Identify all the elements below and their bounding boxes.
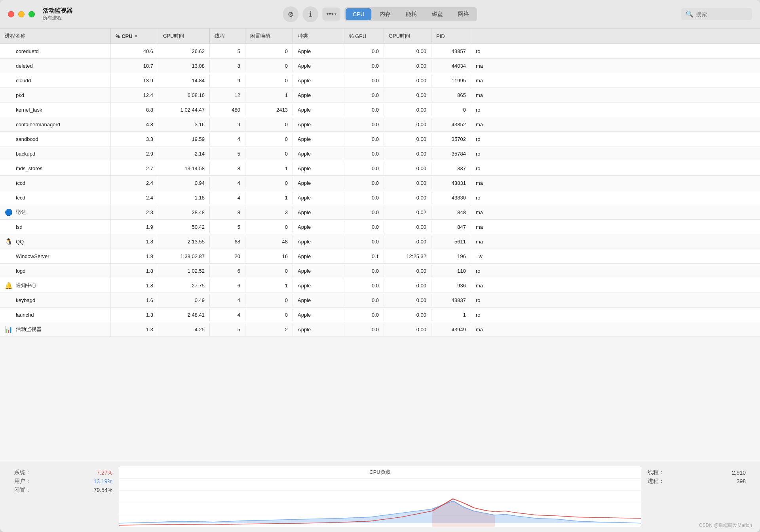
table-row[interactable]: tccd 2.4 1.18 4 1 Apple 0.0 0.00 43830 r… [0, 190, 760, 205]
cell-cpu: 1.8 [111, 279, 158, 292]
cell-user: _w [471, 250, 519, 262]
cell-pid: 0 [431, 104, 471, 116]
tab-network[interactable]: 网络 [451, 8, 476, 20]
table-row[interactable]: tccd 2.4 0.94 4 0 Apple 0.0 0.00 43831 m… [0, 176, 760, 190]
cell-user: ma [471, 236, 519, 248]
col-header-cpu[interactable]: % CPU ▼ [111, 28, 158, 44]
cell-gpu: 0.0 [344, 104, 384, 116]
table-row[interactable]: keybagd 1.6 0.49 4 0 Apple 0.0 0.00 4383… [0, 293, 760, 308]
table-row[interactable]: cloudd 13.9 14.84 9 0 Apple 0.0 0.00 119… [0, 73, 760, 88]
cell-kind: Apple [293, 89, 344, 101]
stat-value: 7.27% [97, 469, 112, 476]
table-row[interactable]: backupd 2.9 2.14 5 0 Apple 0.0 0.00 3578… [0, 146, 760, 161]
cell-pid: 43852 [431, 118, 471, 131]
cell-gputime: 0.02 [384, 206, 431, 218]
process-icon [5, 62, 13, 70]
table-row[interactable]: 🔵 访达 2.3 38.48 8 3 Apple 0.0 0.02 848 ma [0, 205, 760, 220]
stat-row: 线程： 2,910 [648, 469, 746, 476]
table-row[interactable]: 🐧 QQ 1.8 2:13.55 68 48 Apple 0.0 0.00 56… [0, 234, 760, 249]
cell-name: backupd [0, 146, 111, 161]
cell-threads: 6 [210, 279, 245, 292]
close-button[interactable] [8, 11, 14, 17]
process-icon: 📊 [5, 325, 13, 333]
app-title: 活动监视器 [43, 7, 72, 15]
more-button[interactable]: ••• ▾ [322, 8, 340, 21]
cell-name: kernel_task [0, 103, 111, 117]
cell-user: ma [471, 323, 519, 336]
search-input[interactable] [696, 11, 743, 17]
cell-idlewake: 0 [245, 133, 293, 145]
table-row[interactable]: pkd 12.4 6:08.16 12 1 Apple 0.0 0.00 865… [0, 88, 760, 103]
tab-memory[interactable]: 内存 [372, 8, 398, 20]
cell-threads: 4 [210, 133, 245, 145]
cell-idlewake: 0 [245, 177, 293, 189]
cell-kind: Apple [293, 177, 344, 189]
table-row[interactable]: deleted 18.7 13.08 8 0 Apple 0.0 0.00 44… [0, 59, 760, 73]
cell-name: 🔵 访达 [0, 205, 111, 219]
cell-pid: 110 [431, 265, 471, 277]
table-row[interactable]: mds_stores 2.7 13:14.58 8 1 Apple 0.0 0.… [0, 161, 760, 176]
col-header-cputime[interactable]: CPU时间 [158, 28, 210, 44]
col-header-name[interactable]: 进程名称 [0, 28, 111, 44]
cell-threads: 5 [210, 323, 245, 336]
cell-cpu: 4.8 [111, 118, 158, 131]
col-header-gpu[interactable]: % GPU [344, 28, 384, 44]
cell-name: tccd [0, 190, 111, 205]
cell-user: ro [471, 294, 519, 306]
cell-idlewake: 0 [245, 118, 293, 131]
table-row[interactable]: containermanagerd 4.8 3.16 9 0 Apple 0.0… [0, 117, 760, 132]
app-window: 活动监视器 所有进程 ⊗ ℹ ••• ▾ CPU 内存 能耗 磁盘 网络 🔍 [0, 0, 760, 532]
col-header-idlewake[interactable]: 闲置唤醒 [245, 28, 293, 44]
cell-kind: Apple [293, 221, 344, 233]
table-row[interactable]: 🔔 通知中心 1.8 27.75 6 1 Apple 0.0 0.00 936 … [0, 278, 760, 293]
tab-energy[interactable]: 能耗 [399, 8, 424, 20]
maximize-button[interactable] [28, 11, 35, 17]
table-row[interactable]: lsd 1.9 50.42 5 0 Apple 0.0 0.00 847 ma [0, 220, 760, 234]
cell-idlewake: 0 [245, 148, 293, 160]
tab-disk[interactable]: 磁盘 [425, 8, 450, 20]
table-row[interactable]: logd 1.8 1:02.52 6 0 Apple 0.0 0.00 110 … [0, 264, 760, 278]
tab-cpu[interactable]: CPU [346, 8, 372, 20]
stop-button[interactable]: ⊗ [283, 6, 298, 22]
table-row[interactable]: 📊 活动监视器 1.3 4.25 5 2 Apple 0.0 0.00 4394… [0, 322, 760, 337]
cell-idlewake: 0 [245, 265, 293, 277]
cell-threads: 9 [210, 118, 245, 131]
cell-cpu: 1.9 [111, 221, 158, 233]
col-header-user[interactable] [471, 28, 519, 44]
minimize-button[interactable] [18, 11, 25, 17]
table-row[interactable]: sandboxd 3.3 19.59 4 0 Apple 0.0 0.00 35… [0, 132, 760, 146]
col-header-pid[interactable]: PID [431, 28, 471, 44]
cell-name: 🐧 QQ [0, 234, 111, 249]
table-row[interactable]: kernel_task 8.8 1:02:44.47 480 2413 Appl… [0, 103, 760, 117]
app-icon: 🔵 [5, 209, 13, 216]
cell-cputime: 3.16 [158, 118, 210, 131]
cell-cpu: 8.8 [111, 104, 158, 116]
process-name-text: cloudd [16, 78, 31, 84]
col-header-kind[interactable]: 种类 [293, 28, 344, 44]
cell-cpu: 2.4 [111, 177, 158, 189]
cell-cpu: 12.4 [111, 89, 158, 101]
col-header-threads[interactable]: 线程 [210, 28, 245, 44]
cell-cputime: 38.48 [158, 206, 210, 218]
process-icon [5, 296, 13, 304]
process-name-text: WindowServer [16, 253, 49, 259]
cell-gputime: 0.00 [384, 265, 431, 277]
cell-threads: 5 [210, 148, 245, 160]
cell-gputime: 0.00 [384, 89, 431, 101]
cell-threads: 12 [210, 89, 245, 101]
process-name-text: kernel_task [16, 107, 42, 113]
table-header: 进程名称 % CPU ▼ CPU时间 线程 闲置唤醒 种类 % GPU GPU时… [0, 28, 760, 44]
cell-name: 📊 活动监视器 [0, 322, 111, 336]
info-button[interactable]: ℹ [302, 6, 318, 22]
cell-name: tccd [0, 176, 111, 190]
stat-label: 系统： [14, 469, 31, 476]
watermark: CSDN @后端研发Marion [699, 522, 752, 529]
table-row[interactable]: coreduetd 40.6 26.62 5 0 Apple 0.0 0.00 … [0, 44, 760, 59]
cell-gputime: 0.00 [384, 177, 431, 189]
cell-name: 🔔 通知中心 [0, 278, 111, 293]
col-header-gputime[interactable]: GPU时间 [384, 28, 431, 44]
cell-idlewake: 1 [245, 162, 293, 175]
table-row[interactable]: launchd 1.3 2:48.41 4 0 Apple 0.0 0.00 1… [0, 308, 760, 322]
process-icon [5, 135, 13, 143]
table-row[interactable]: WindowServer 1.8 1:38:02.87 20 16 Apple … [0, 249, 760, 264]
